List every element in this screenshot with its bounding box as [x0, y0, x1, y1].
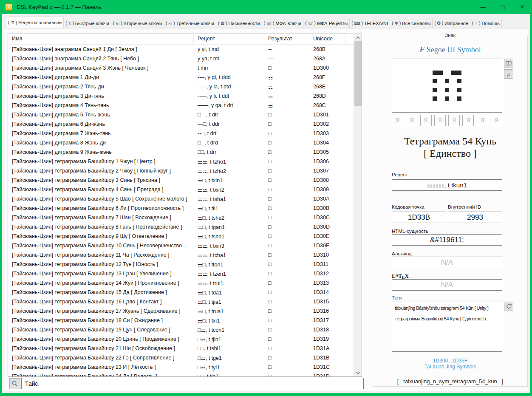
cell-unicode: 1D30B	[309, 205, 346, 211]
table-row[interactable]: [Тайсюань-Цзин] тетраграмма Башийшоу 8 Г…	[8, 222, 353, 232]
font-name: Segoe UI Symbol	[427, 45, 481, 54]
tags-line1: tàixuánjīng Bāshíyīshǒu tetragram 54 Kūn…	[395, 303, 499, 314]
cell-name: [Тайсюань-Цзин] энаграмма Санцяй 3 Жэнь …	[8, 65, 194, 71]
cell-recipe: ⚌□, t tgan1	[194, 224, 264, 230]
table-row[interactable]: [Тайсюань-Цзин] тетраграмма Башийшоу 11 …	[8, 250, 353, 260]
scroll-down-icon[interactable]	[354, 369, 362, 376]
tab-10[interactable]: ( ✪ )Избранное	[432, 18, 470, 28]
fraktur-button[interactable]: ℘	[504, 69, 513, 79]
table-row[interactable]: [Тайсюань-Цзин] тетраграмма Башийшоу 18 …	[8, 316, 353, 325]
table-row[interactable]: [Тайсюань-Цзин] тетраграмма Башийшоу 19 …	[8, 325, 353, 334]
cell-unicode: 1D31A	[309, 345, 346, 351]
tag-button[interactable]	[504, 302, 513, 311]
block-link[interactable]: Tai Xuan Jing Symbols	[373, 364, 527, 370]
table-row[interactable]: [Тайсюань-Цзин] тетраграмма Башийшоу 6 Л…	[8, 204, 353, 213]
codepoint-field[interactable]: 1D33B	[392, 212, 446, 223]
tab-2[interactable]: ( ⚷ )Быстрые ключи	[63, 18, 111, 28]
table-row[interactable]: [Тайсюань-Цзин] тетраграмма Башийшоу 5 Ш…	[8, 194, 353, 204]
table-row[interactable]: [Тайсюань-Цзин] тетраграмма Башийшоу 3 С…	[8, 175, 353, 185]
table-row[interactable]: [Тайсюань-Цзин] тетраграмма Башийшоу 20 …	[8, 334, 353, 344]
cell-recipe: —□, t ddr	[194, 121, 264, 127]
cell-result: □	[264, 149, 309, 155]
tab-5[interactable]: ( ▦ )Письменности	[216, 18, 262, 28]
variant-button[interactable]: Я	[448, 115, 460, 126]
table-row[interactable]: [Тайсюань-Цзин] тетраграмма Башийшоу 9 Ш…	[8, 232, 353, 241]
table-row[interactable]: [Тайсюань-Цзин] тетраграмма Башийшоу 21 …	[8, 344, 353, 353]
tab-11[interactable]: ( ♀ )Помощь	[470, 18, 502, 28]
table-row[interactable]: [Тайсюань-Цзин] тетраграмма Башийшоу 15 …	[8, 288, 353, 297]
maximize-button[interactable]: □	[493, 0, 512, 14]
table-row[interactable]: [Тайсюань-Цзин] диграмма 2 Тянь-ди—--, y…	[8, 82, 353, 91]
cell-result: □	[264, 327, 309, 333]
cell-recipe: y ya, t mt	[194, 56, 264, 62]
variant-button[interactable]: Я	[406, 115, 417, 126]
tab-7[interactable]: ( ☏ )МФА-Рецепты	[303, 18, 350, 28]
close-button[interactable]: ×	[512, 0, 532, 14]
table-row[interactable]: [Тайсюань-Цзин] тетраграмма Башийшоу 12 …	[8, 260, 353, 269]
cell-recipe: ——, y ga, t dtt	[194, 102, 264, 108]
range-link[interactable]: 1D300...1D35F	[373, 358, 527, 364]
variant-button[interactable]: Я	[392, 115, 403, 126]
cell-name: [Тайсюань-Цзин] энаграмма Санцяй 1 Ди [ …	[8, 46, 194, 52]
table-row[interactable]: [Тайсюань-Цзин] тетраграмма Башийшоу 13 …	[8, 269, 353, 278]
search-input[interactable]: Тайс	[21, 378, 364, 389]
cell-unicode: 268E	[309, 84, 346, 90]
tab-3[interactable]: ( ◱ )Вторичные ключи	[111, 18, 164, 28]
font-link[interactable]: F Segoe UI Symbol	[373, 45, 527, 54]
alt-code-label: Альт-код	[392, 251, 412, 256]
scroll-up-icon[interactable]	[354, 34, 362, 41]
column-header[interactable]: Рецепт	[194, 34, 264, 44]
table-row[interactable]: [Тайсюань-Цзин] диграмма 7 Жэнь-тянь--□,…	[8, 129, 353, 138]
table-row[interactable]: [Тайсюань-Цзин] тетраграмма Башийшоу 17 …	[8, 306, 353, 316]
table-scrollbar[interactable]	[354, 34, 362, 376]
table-row[interactable]: [Тайсюань-Цзин] тетраграмма Башийшоу 23 …	[8, 362, 353, 372]
variant-button[interactable]: Я	[434, 115, 446, 126]
table-row[interactable]: [Тайсюань-Цзин] диграмма 8 Жэнь-ди□--, t…	[8, 138, 353, 147]
column-header[interactable]: Unicode	[309, 34, 346, 44]
table-row[interactable]: [Тайсюань-Цзин] диграмма 3 Ди-тянь--—, y…	[8, 91, 353, 101]
variant-button[interactable]: Я	[477, 115, 488, 126]
variant-button[interactable]: Я	[491, 115, 502, 126]
recipe-value: ⚏⚏⚏, t tkun1	[427, 181, 467, 189]
recipe-field[interactable]: ⚏⚏⚏, t tkun1	[392, 179, 502, 191]
table-row[interactable]: [Тайсюань-Цзин] тетраграмма Башийшоу 1 Ч…	[8, 157, 353, 166]
table-row[interactable]: [Тайсюань-Цзин] тетраграмма Башийшоу 14 …	[8, 278, 353, 288]
table-row[interactable]: [Тайсюань-Цзин] диграмма 5 Тянь-жэнь□—, …	[8, 110, 353, 119]
table-row[interactable]: [Тайсюань-Цзин] диграмма 4 Тянь-тянь——, …	[8, 101, 353, 110]
table-row[interactable]: [Тайсюань-Цзин] тетраграмма Башийшоу 22 …	[8, 353, 353, 362]
cell-recipe: ⚎⚌, t txin3	[194, 243, 264, 249]
table-row[interactable]: [Тайсюань-Цзин] тетраграмма Башийшоу 4 С…	[8, 185, 353, 194]
variant-button[interactable]: Я	[462, 115, 474, 126]
table-row[interactable]: [Тайсюань-Цзин] тетраграмма Башийшоу 2 Ч…	[8, 166, 353, 175]
tab-6[interactable]: ( ☏ )МФА-Ключи	[262, 18, 304, 28]
table-row[interactable]: [Тайсюань-Цзин] энаграмма Санцяй 2 Тянь …	[8, 54, 353, 63]
cell-recipe: □□, t drr	[194, 149, 264, 155]
table-row[interactable]: [Тайсюань-Цзин] энаграмма Санцяй 3 Жэнь …	[8, 63, 353, 73]
alt-code-field[interactable]: N/A	[392, 257, 502, 268]
table-row[interactable]: [Тайсюань-Цзин] энаграмма Санцяй 1 Ди [ …	[8, 45, 353, 54]
search-button[interactable]	[9, 378, 20, 389]
tab-1[interactable]: ( ⚗ )Рецепты плавильни	[6, 17, 64, 28]
variant-button[interactable]: Я	[420, 115, 432, 126]
column-header[interactable]: Результат	[264, 34, 309, 44]
table-row[interactable]: [Тайсюань-Цзин] тетраграмма Башийшоу 10 …	[8, 241, 353, 250]
table-row[interactable]: [Тайсюань-Цзин] тетраграмма Башийшоу 7 Ш…	[8, 213, 353, 222]
table-row[interactable]: [Тайсюань-Цзин] тетраграмма Башийшоу 16 …	[8, 297, 353, 306]
tab-8[interactable]: ( ⌨ )TELEX/VNI	[349, 18, 390, 28]
table-row[interactable]: [Тайсюань-Цзин] диграмма 6 Ди-жэнь—□, t …	[8, 119, 353, 129]
book-button[interactable]	[504, 59, 513, 68]
table-row[interactable]: [Тайсюань-Цзин] диграмма 1 Ди-ди----, y …	[8, 73, 353, 82]
table-row[interactable]: [Тайсюань-Цзин] тетраграмма Башийшоу 24 …	[8, 372, 353, 376]
cell-name: [Тайсюань-Цзин] тетраграмма Башийшоу 5 Ш…	[8, 196, 194, 202]
minimize-button[interactable]: —	[473, 0, 493, 14]
table-row[interactable]: [Тайсюань-Цзин] диграмма 9 Жэнь-жэнь□□, …	[8, 147, 353, 157]
tab-9[interactable]: ( ☸ )Все символы	[390, 18, 433, 28]
html-entity-field[interactable]: &#119611;	[392, 234, 502, 246]
tab-4[interactable]: ( ◱ )Третичные ключи	[164, 18, 216, 28]
cell-recipe: ⚎□, t txi1	[194, 317, 264, 324]
internal-id-field[interactable]: 2993	[448, 212, 502, 223]
tags-textarea[interactable]: tàixuánjīng Bāshíyīshǒu tetragram 54 Kūn…	[392, 302, 502, 352]
latex-field[interactable]: N/A	[392, 279, 502, 291]
scrollbar-thumb[interactable]	[354, 41, 362, 106]
column-header[interactable]: Имя	[8, 34, 194, 44]
